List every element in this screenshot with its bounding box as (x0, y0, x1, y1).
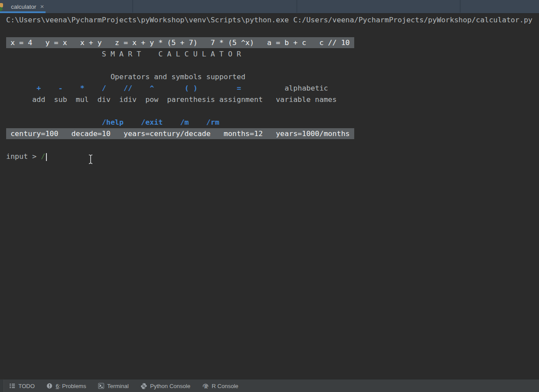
run-tool-window-tabbar: calculator × (0, 0, 539, 14)
console-text-segment: ^ (150, 84, 154, 92)
console-text-segment (123, 118, 141, 126)
console-line (6, 26, 539, 37)
console-line: x = 4 y = x x + y z = x + y * (5 + 7) 7 … (6, 37, 539, 49)
console-text-segment: = (237, 84, 241, 92)
statusbar-item-python-console[interactable]: Python Console (141, 383, 190, 389)
console-text-segment: + (37, 84, 41, 92)
console-text-segment: alphabetic (285, 84, 328, 92)
console-text-segment: S M A R T C A L C U L A T O R (6, 50, 241, 58)
close-icon[interactable]: × (40, 4, 44, 10)
console-text-segment (189, 118, 206, 126)
console-text-segment: /exit (141, 118, 163, 126)
console-text-segment (106, 84, 124, 92)
console-text-segment (154, 84, 185, 92)
run-config-icon-bottom (0, 7, 3, 11)
console-line (6, 105, 539, 117)
pycharm-run-window: calculator × C:\Users\veena\PycharmProje… (0, 0, 539, 392)
console-text-segment: / (102, 84, 106, 92)
terminal-icon (98, 383, 104, 389)
console-line: S M A R T C A L C U L A T O R (6, 49, 539, 60)
statusbar-label: 6: Problems (56, 383, 86, 389)
statusbar-label: R Console (212, 383, 239, 389)
r-console-icon: R (202, 383, 209, 389)
tab-label: calculator (11, 4, 36, 10)
console-text-segment: /rm (206, 118, 219, 126)
svg-text:R: R (204, 385, 208, 389)
console-text-segment: - (58, 84, 63, 92)
console-line: /help /exit /m /rm (6, 117, 539, 128)
console-text-segment (163, 118, 180, 126)
console-text-segment: * (80, 84, 85, 92)
tabbar-divider (460, 0, 461, 13)
todo-list-icon (9, 383, 15, 389)
console-text-segment: C:\Users\veena\PycharmProjects\pyWorksho… (6, 16, 532, 24)
statusbar-item-todo[interactable]: TODO (9, 383, 35, 389)
console-text-segment: x = 4 y = x x + y z = x + y * (5 + 7) 7 … (6, 37, 354, 48)
console-line: add sub mul div idiv pow parenthesis ass… (6, 94, 539, 105)
statusbar-item-problems[interactable]: 6: Problems (46, 383, 86, 389)
tabbar-divider (296, 0, 297, 13)
console-text-segment: Operators and symbols supported (6, 73, 245, 81)
console-line (6, 60, 539, 71)
console-line (6, 140, 539, 151)
tabbar-divider (132, 0, 133, 13)
console-text-segment: input > (6, 152, 41, 161)
console-output[interactable]: C:\Users\veena\PycharmProjects\pyWorksho… (0, 14, 539, 379)
console-text-segment (197, 84, 236, 92)
console-line: input > / (6, 151, 539, 162)
console-text-segment (6, 84, 37, 92)
console-line: century=100 decade=10 years=century/deca… (6, 128, 539, 140)
console-line: Operators and symbols supported (6, 71, 539, 83)
statusbar-label: TODO (18, 383, 35, 389)
statusbar-label: Python Console (150, 383, 190, 389)
console-text-segment (85, 84, 102, 92)
console-text-segment: add sub mul div idiv pow parenthesis ass… (6, 95, 337, 104)
statusbar-item-terminal[interactable]: Terminal (98, 383, 129, 389)
console-text-segment (241, 84, 285, 92)
statusbar-item-r-console[interactable]: R R Console (202, 383, 239, 389)
python-icon (141, 383, 147, 389)
console-text-segment: /m (180, 118, 189, 126)
console-text-segment (63, 84, 80, 92)
run-config-icon (0, 1, 5, 12)
console-line: C:\Users\veena\PycharmProjects\pyWorksho… (6, 14, 539, 26)
console-text-segment: // (123, 84, 132, 92)
console-text-segment: /help (102, 118, 124, 126)
console-text-segment: century=100 decade=10 years=century/deca… (6, 128, 354, 139)
console-text-segment (132, 84, 150, 92)
statusbar-label: Terminal (107, 383, 129, 389)
console-line: + - * / // ^ ( ) = alphabetic (6, 83, 539, 94)
console-text-segment (41, 84, 58, 92)
tab-calculator[interactable]: calculator × (0, 0, 46, 13)
problems-icon (46, 383, 53, 389)
console-text-segment: ( ) (184, 84, 197, 92)
console-text-segment (6, 118, 102, 126)
statusbar-corner (0, 380, 4, 392)
console-text-segment: / (41, 152, 45, 161)
input-caret (46, 153, 47, 161)
status-bar: TODO 6: Problems Terminal (0, 379, 539, 392)
